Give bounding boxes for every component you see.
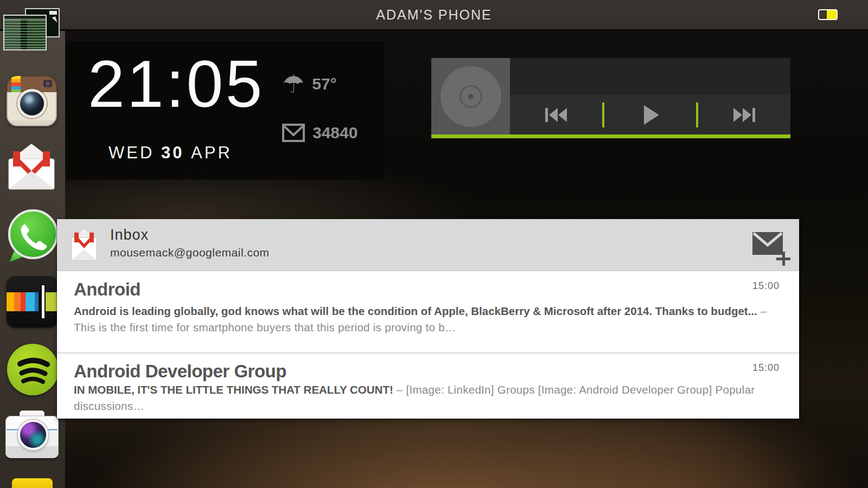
email-list-item[interactable]: Android Developer Group 15:00 IN MOBILE,… [57,354,799,419]
track-info-area[interactable] [510,58,790,95]
terminal-monitor-icon[interactable] [3,8,60,55]
date-day: WED [108,143,154,162]
spotify-icon[interactable] [7,344,59,395]
email-time: 15:00 [752,280,780,292]
cd-disc-icon [441,66,501,127]
instagram-rainbow-stripe [11,76,21,92]
music-player-widget [431,58,790,138]
email-preview: IN MOBILE, IT'S THE LITTLE THINGS THAT R… [74,382,779,414]
email-list-item[interactable]: Android 15:00 Android is leading globall… [57,272,799,352]
camera-lens [18,420,48,450]
stripes-white-bar [42,285,45,318]
stripes-media-app-icon[interactable] [7,276,58,328]
previous-track-icon [542,105,570,125]
gmail-icon[interactable] [5,143,58,191]
top-bar: ADAM'S PHONE [0,0,868,31]
home-screen: ADAM'S PHONE [0,0,868,488]
weather-info[interactable]: ☂ 57° [282,72,337,97]
gmail-envelope-graphic [5,143,58,191]
album-art-button[interactable] [431,58,510,134]
terminal-titlebar [4,16,46,20]
account-email: mousemack@googlemail.com [110,246,270,259]
terminal-front-window [3,15,47,50]
gmail-widget-header[interactable]: Inbox mousemack@googlemail.com [57,219,799,271]
email-subject: IN MOBILE, IT'S THE LITTLE THINGS THAT R… [74,383,393,396]
app-dock [0,31,65,488]
date-month: APR [191,143,232,162]
gmail-inbox-widget: Inbox mousemack@googlemail.com Android 1… [57,219,799,419]
email-preview: Android is leading globally, god knows w… [74,303,779,335]
email-sender: Android Developer Group [74,361,286,382]
umbrella-icon: ☂ [282,72,304,97]
whatsapp-graphic [5,209,60,263]
battery-icon [818,9,838,20]
next-track-icon [731,105,758,125]
clock-widget[interactable]: 21:05 WED 30 APR ☂ 57° 34840 [66,41,384,179]
compose-email-button[interactable] [752,232,783,255]
cd-disc-ring [459,85,482,108]
play-button[interactable] [604,95,697,134]
device-title: ADAM'S PHONE [376,7,492,23]
previous-track-button[interactable] [510,95,602,134]
playback-progress-bar[interactable] [431,134,790,138]
instagram-icon[interactable] [7,76,57,126]
instagram-viewfinder [43,79,53,88]
spotify-arcs [7,344,59,395]
cursor-arrow-icon [52,16,57,24]
gmail-envelope-icon [69,228,99,262]
terminal-window-button [49,11,57,15]
cd-disc-center [468,94,474,99]
unread-mail-count: 34840 [312,124,358,142]
instagram-lens [17,89,47,118]
clock-date: WED 30 APR [108,143,232,163]
camera-app-icon[interactable] [5,410,59,458]
next-track-button[interactable] [698,95,790,134]
whatsapp-icon[interactable] [5,209,60,263]
mail-count-info[interactable]: 34840 [282,124,358,142]
mail-envelope-icon [282,124,305,142]
yellow-app-icon[interactable] [12,478,53,488]
inbox-label: Inbox [110,227,149,243]
play-icon [639,103,662,127]
battery-nub [818,12,819,17]
compose-plus-icon-vertical [782,252,785,266]
email-sender: Android [74,279,141,300]
battery-fill [827,10,837,19]
stripes-color-band [7,292,58,311]
email-time: 15:00 [752,362,780,374]
clock-time: 21:05 [88,51,264,117]
email-subject: Android is leading globally, god knows w… [74,305,757,317]
compose-email-icon [752,232,783,255]
weather-temperature: 57° [312,75,336,93]
date-number: 30 [161,143,184,162]
playback-controls [510,95,790,134]
